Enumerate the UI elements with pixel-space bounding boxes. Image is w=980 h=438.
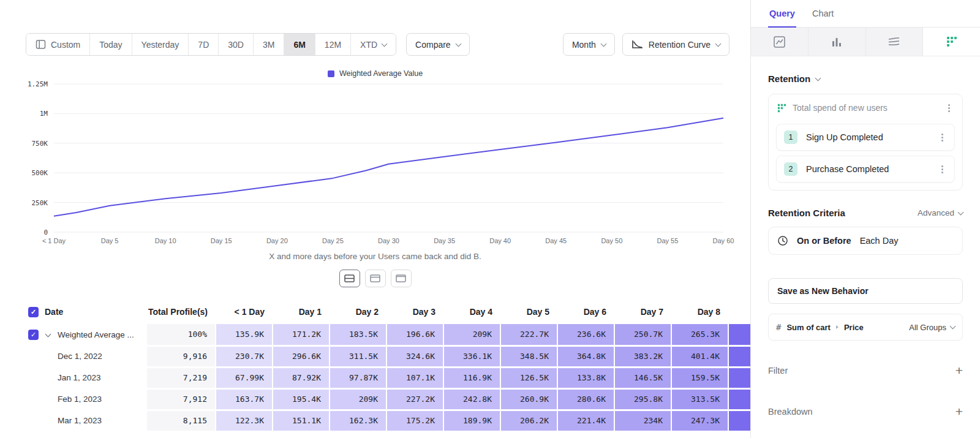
retention-series-line [54,118,723,216]
retention-value-cell: 122.3K [216,410,273,431]
retention-value-cell: 162.3K [330,410,386,431]
chevron-down-icon [600,40,606,47]
layout-single-panel-button[interactable] [391,270,412,287]
retention-value-cell: 260.9K [500,388,557,410]
date-range-group: Custom Today Yesterday 7D 30D 3M 6M 12M … [26,33,396,56]
x-axis-tick: < 1 Day [42,237,66,244]
property-label: Sum of cart [786,323,831,332]
retention-value-cell: 296.6K [273,345,330,367]
property-sub-label: Price [844,323,864,332]
col-header-date: Date [45,307,63,317]
chevron-down-icon [815,75,821,81]
layout-split-rows-button[interactable] [339,270,360,287]
chevron-right-icon [836,325,839,329]
retention-value-cell: 324.6K [386,345,443,367]
range-12m[interactable]: 12M [315,34,350,55]
chart-type-select[interactable]: Retention Curve [622,33,729,56]
range-30d[interactable]: 30D [218,34,253,55]
retention-value-cell: 183.5K [330,324,386,345]
step-label: Sign Up Completed [806,132,938,142]
col-header: Day 4 [443,300,500,324]
toolbar: Custom Today Yesterday 7D 30D 3M 6M 12M … [26,33,729,56]
granularity-select[interactable]: Month [563,33,615,56]
step-sign-up-completed[interactable]: 1 Sign Up Completed [776,124,955,151]
criteria-condition-card[interactable]: On or Before Each Day [768,227,963,255]
total-cell: 7,912 [147,388,216,410]
x-axis-tick: Day 40 [489,237,511,244]
select-all-checkbox[interactable]: ✓ [28,307,39,317]
overflow-cell [728,345,750,367]
app: Custom Today Yesterday 7D 30D 3M 6M 12M … [0,0,980,438]
retention-value-cell: 250.7K [614,324,671,345]
custom-range-label: Custom [51,40,80,50]
chart-type-line-button[interactable] [751,28,809,56]
chart-type-retention-button[interactable] [923,28,980,56]
all-groups-select[interactable]: All Groups [909,323,955,332]
retention-value-cell: 116.9K [443,367,500,388]
table-row[interactable]: Jan 1, 20237,21967.99K87.92K97.87K107.1K… [0,367,750,388]
range-yesterday[interactable]: Yesterday [132,34,189,55]
table-header-row: ✓DateTotal Profile(s)< 1 DayDay 1Day 2Da… [0,300,750,324]
sidebar-body: Retention Total spend of new users 1 Sig… [751,56,980,438]
chevron-down-icon [455,40,461,47]
legend-swatch [328,70,334,77]
range-xtd[interactable]: XTD [350,34,396,55]
chart-type-flows-button[interactable] [866,28,924,56]
kebab-menu-icon[interactable] [941,137,943,138]
retention-section-header[interactable]: Retention [768,74,963,84]
kebab-menu-icon[interactable] [941,168,943,170]
x-axis-tick: Day 20 [266,237,288,244]
retention-criteria-title: Retention Criteria [768,208,845,218]
range-7d[interactable]: 7D [188,34,218,55]
range-6m[interactable]: 6M [284,34,314,55]
step-purchase-completed[interactable]: 2 Purchase Completed [776,156,955,183]
add-filter-button[interactable]: + [956,364,963,377]
range-3m[interactable]: 3M [253,34,284,55]
retention-value-cell: 247.3K [671,410,728,431]
kebab-menu-icon[interactable] [948,107,950,109]
chevron-down-icon [950,323,956,330]
behavior-row[interactable]: Total spend of new users [776,102,955,119]
save-as-new-behavior-button[interactable]: Save as New Behavior [768,278,963,304]
row-checkbox[interactable]: ✓ [28,330,39,340]
overflow-cell [728,388,750,410]
retention-value-cell: 206.2K [500,410,557,431]
row-label: Weighted Average ... [58,330,134,339]
table-row[interactable]: Feb 1, 20237,912163.7K195.4K209K227.2K24… [0,388,750,410]
row-label: Mar 1, 2023 [58,416,102,425]
table-row[interactable]: ✓Weighted Average ...100%135.9K171.2K183… [0,324,750,345]
chevron-down-icon [382,40,388,47]
retention-value-cell: 221.4K [557,410,614,431]
table-row[interactable]: Dec 1, 20229,916230.7K296.6K311.5K324.6K… [0,345,750,367]
compare-button[interactable]: Compare [406,33,470,56]
retention-value-cell: 348.5K [500,345,557,367]
rows-split-icon [344,274,355,282]
property-row[interactable]: # Sum of cart Price All Groups [768,314,963,341]
retention-value-cell: 401.4K [671,345,728,367]
x-axis-tick: Day 25 [322,237,344,244]
legend-label: Weighted Average Value [339,69,423,78]
tab-chart[interactable]: Chart [812,0,834,27]
x-axis-tick: Day 15 [211,237,232,244]
line-chart-icon [774,36,785,48]
custom-range-button[interactable]: Custom [26,34,89,55]
layout-header-row-button[interactable] [365,270,386,287]
table-row[interactable]: Mar 1, 20238,115122.3K151.1K162.3K175.2K… [0,410,750,431]
tab-query[interactable]: Query [769,0,795,27]
expand-chevron-icon[interactable] [45,331,51,337]
row-label-cell: ✓Weighted Average ... [0,324,147,345]
x-axis-tick: Day 35 [434,237,455,244]
range-today[interactable]: Today [89,34,131,55]
x-axis-tick: Day 55 [657,237,678,244]
criteria-condition: On or Before [797,236,851,246]
total-cell: 8,115 [147,410,216,431]
add-breakdown-button[interactable]: + [956,405,963,418]
row-label-cell: Dec 1, 2022 [0,345,147,367]
retention-value-cell: 146.5K [614,367,671,388]
chart-caption: X and more days before your Users came b… [0,252,750,261]
chart-type-bar-button[interactable] [809,28,866,56]
query-sidebar: Query Chart Retention [750,0,980,438]
breakdown-row: Breakdown + [768,405,963,418]
advanced-select[interactable]: Advanced [918,208,963,217]
behavior-grid-icon [777,104,786,113]
